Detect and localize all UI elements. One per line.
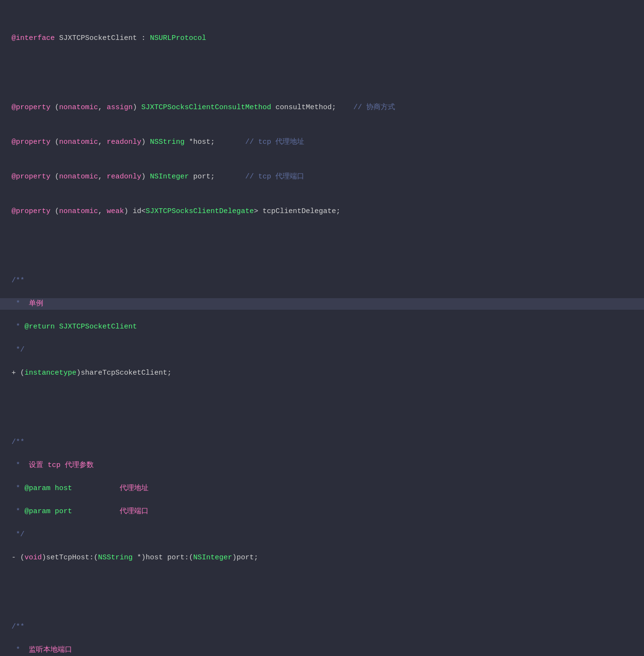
delegate-type: SJXTCPSocksClientDelegate bbox=[146, 207, 254, 215]
param-host-name: host bbox=[50, 484, 72, 492]
property-keyword-4: @property bbox=[12, 207, 50, 215]
line-comment-end-2: */ bbox=[12, 529, 632, 541]
property-keyword-1: @property bbox=[12, 103, 50, 112]
param-host-desc: 代理地址 bbox=[72, 484, 149, 492]
doc-comment-star-1: * bbox=[12, 300, 25, 308]
line-method-singleton: + (instancetype)shareTcpScoketClient; bbox=[12, 367, 632, 379]
param-port-name: port bbox=[50, 507, 72, 516]
nonatomic-keyword-2: nonatomic bbox=[59, 138, 98, 146]
line-comment-singleton: * 单例 bbox=[12, 298, 632, 310]
nsstring-type-2: NSString bbox=[98, 554, 133, 562]
nsstring-type-1: NSString bbox=[150, 138, 185, 146]
doc-comment-open-2: /** bbox=[12, 438, 25, 446]
line-comment-start-3: /** bbox=[12, 621, 632, 633]
line-property1: @property (nonatomic, assign) SJXTCPSock… bbox=[12, 102, 632, 114]
instancetype-type: instancetype bbox=[25, 369, 76, 377]
nonatomic-keyword-3: nonatomic bbox=[59, 173, 98, 181]
line-comment-return: * @return SJXTCPSocketClient bbox=[12, 321, 632, 333]
weak-keyword: weak bbox=[107, 207, 124, 215]
code-editor: @interface SJXTCPSocketClient : NSURLPro… bbox=[12, 10, 632, 656]
comment-port: // tcp 代理端口 bbox=[245, 173, 304, 181]
nsurlprotocol-type: NSURLProtocol bbox=[150, 34, 206, 42]
doc-comment-close-2: */ bbox=[12, 530, 25, 539]
comment-singleton-text: 单例 bbox=[25, 300, 43, 308]
doc-comment-open-1: /** bbox=[12, 277, 25, 285]
line-interface: @interface SJXTCPSocketClient : NSURLPro… bbox=[12, 33, 632, 44]
line-comment-param-port: * @param port 代理端口 bbox=[12, 506, 632, 517]
nonatomic-keyword-1: nonatomic bbox=[59, 103, 98, 112]
at-interface-keyword: @interface bbox=[12, 34, 55, 42]
comment-set-tcp-text: 设置 tcp 代理参数 bbox=[25, 461, 94, 469]
line-property3: @property (nonatomic, readonly) NSIntege… bbox=[12, 171, 632, 183]
doc-comment-star-4: * bbox=[12, 484, 25, 492]
property-keyword-2: @property bbox=[12, 138, 50, 146]
line-comment-start-1: /** bbox=[12, 275, 632, 287]
readonly-keyword-2: readonly bbox=[107, 173, 141, 181]
param-port-desc: 代理端口 bbox=[72, 507, 149, 516]
nonatomic-keyword-4: nonatomic bbox=[59, 207, 98, 215]
line-comment-end-1: */ bbox=[12, 344, 632, 356]
nsinteger-type-2: NSInteger bbox=[193, 554, 232, 562]
void-keyword-1: void bbox=[25, 554, 42, 562]
comment-consult: // 协商方式 bbox=[353, 103, 395, 112]
doc-comment-open-3: /** bbox=[12, 623, 25, 631]
nsinteger-type-1: NSInteger bbox=[150, 173, 189, 181]
property-keyword-3: @property bbox=[12, 173, 50, 181]
return-type-label: SJXTCPSocketClient bbox=[55, 323, 137, 331]
highlighted-line: * 单例 bbox=[0, 298, 644, 310]
param-host-at: @param bbox=[25, 484, 50, 492]
line-property2: @property (nonatomic, readonly) NSString… bbox=[12, 137, 632, 148]
line-comment-set-tcp: * 设置 tcp 代理参数 bbox=[12, 460, 632, 471]
line-comment-listen: * 监听本地端口 bbox=[12, 644, 632, 656]
comment-host: // tcp 代理地址 bbox=[245, 138, 304, 146]
sjxtcp-type: SJXTCPSocksClientConsultMethod bbox=[141, 103, 271, 112]
line-comment-param-host: * @param host 代理地址 bbox=[12, 483, 632, 494]
doc-comment-star-6: * bbox=[12, 646, 25, 654]
return-at: @return bbox=[25, 323, 55, 331]
assign-keyword: assign bbox=[107, 103, 133, 112]
doc-comment-star-2: * bbox=[12, 323, 25, 331]
doc-comment-close-1: */ bbox=[12, 346, 25, 354]
line-method-setTcpHost: - (void)setTcpHost:(NSString *)host port… bbox=[12, 552, 632, 564]
comment-listen-text: 监听本地端口 bbox=[25, 646, 72, 654]
doc-comment-star-3: * bbox=[12, 461, 25, 469]
doc-comment-star-5: * bbox=[12, 507, 25, 516]
readonly-keyword-1: readonly bbox=[107, 138, 141, 146]
line-property4: @property (nonatomic, weak) id<SJXTCPSoc… bbox=[12, 206, 632, 217]
line-comment-start-2: /** bbox=[12, 437, 632, 448]
param-port-at: @param bbox=[25, 507, 50, 516]
